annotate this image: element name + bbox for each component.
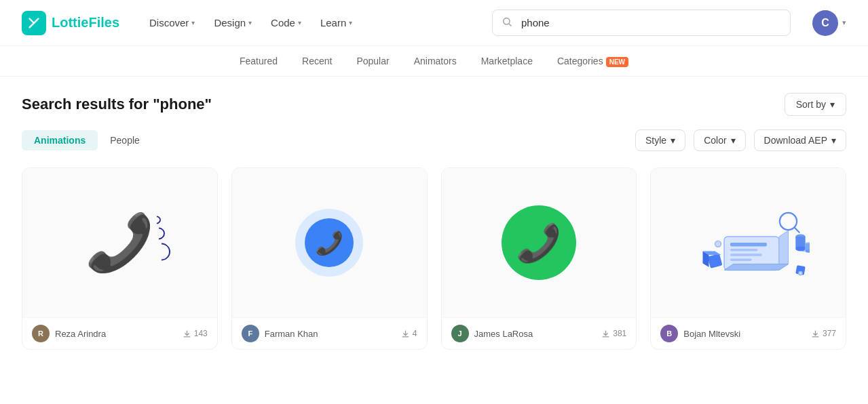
header: LottieFiles Discover ▾ Design ▾ Code ▾ L… [0,0,868,46]
search-bar [492,9,791,36]
card-footer-1: R Reza Arindra 143 [22,317,217,349]
card-preview-2: 📞 [232,168,427,317]
filter-row: Animations People Style ▾ Color ▾ Downlo… [22,129,846,151]
sub-nav-popular[interactable]: Popular [356,56,389,66]
svg-rect-14 [707,254,722,268]
author-avatar-1: R [32,325,50,342]
main-nav: Discover ▾ Design ▾ Code ▾ Learn ▾ [141,12,360,34]
tab-people[interactable]: People [98,130,152,150]
chevron-down-icon: ▾ [671,135,675,146]
svg-point-20 [798,271,801,275]
avatar-chevron-icon[interactable]: ▾ [842,18,846,27]
card-downloads-2: 4 [401,329,417,338]
card-downloads-4: 377 [811,329,836,338]
sub-nav-featured[interactable]: Featured [240,56,278,66]
card-author-4: B Bojan Mltevski [660,325,740,342]
phone-animation-1: 📞 [85,210,154,275]
sub-nav-marketplace[interactable]: Marketplace [481,56,533,66]
svg-rect-9 [730,258,752,261]
style-filter[interactable]: Style ▾ [635,129,685,151]
logo-icon [22,11,46,35]
chevron-down-icon: ▾ [298,19,301,26]
search-icon [502,16,512,30]
page-title: Search results for "phone" [22,96,212,113]
main-content: Search results for "phone" Sort by ▾ Ani… [0,77,868,366]
svg-rect-8 [730,254,762,256]
new-badge: NEW [606,57,628,67]
card-author-3: J James LaRosa [451,325,533,342]
chevron-down-icon: ▾ [191,19,195,26]
card-downloads-3: 381 [601,329,626,338]
chevron-down-icon: ▾ [248,19,252,26]
card-author-1: R Reza Arindra [32,325,106,342]
card-footer-3: J James LaRosa 381 [442,317,637,349]
logo-text: LottieFiles [52,15,119,31]
author-avatar-3: J [451,325,469,342]
nav-item-learn[interactable]: Learn ▾ [312,12,360,34]
svg-line-13 [794,228,799,233]
svg-point-18 [715,241,721,247]
download-aep-filter[interactable]: Download AEP ▾ [754,129,846,151]
tab-animations[interactable]: Animations [22,130,98,150]
card-preview-4 [651,168,846,317]
chevron-down-icon: ▾ [830,99,835,110]
search-header: Search results for "phone" Sort by ▾ [22,93,846,116]
card-downloads-1: 143 [183,329,208,338]
nav-item-discover[interactable]: Discover ▾ [141,12,203,34]
nav-item-design[interactable]: Design ▾ [206,12,260,34]
sub-nav-recent[interactable]: Recent [302,56,332,66]
card-footer-2: F Farman Khan 4 [232,317,427,349]
animation-card-2[interactable]: 📞 F Farman Khan 4 [231,167,428,350]
sub-nav-categories[interactable]: CategoriesNEW [557,56,628,66]
card-preview-3: 📞 [442,168,637,317]
search-input[interactable] [492,9,791,36]
author-avatar-4: B [660,325,678,342]
logo[interactable]: LottieFiles [22,11,119,35]
sort-button[interactable]: Sort by ▾ [785,93,846,116]
tab-group: Animations People [22,130,152,150]
isometric-phone-svg [687,182,810,304]
animation-card-3[interactable]: 📞 J James LaRosa 381 [441,167,637,350]
svg-point-23 [795,246,805,251]
phone-animation-3: 📞 [502,205,576,280]
cards-grid: 📞 R Reza Arindra 143 [22,167,846,350]
chevron-down-icon: ▾ [349,19,352,26]
sub-nav-animators[interactable]: Animators [414,56,457,66]
chevron-down-icon: ▾ [731,135,736,146]
svg-rect-6 [730,243,767,246]
author-avatar-2: F [242,325,259,342]
card-footer-4: B Bojan Mltevski 377 [651,317,846,349]
card-preview-1: 📞 [22,168,217,317]
card-author-2: F Farman Khan [242,325,318,342]
svg-marker-11 [724,264,789,270]
color-filter[interactable]: Color ▾ [694,129,745,151]
animation-card-4[interactable]: B Bojan Mltevski 377 [650,167,846,350]
nav-item-code[interactable]: Code ▾ [263,12,309,34]
sub-nav: Featured Recent Popular Animators Market… [0,46,868,77]
animation-card-1[interactable]: 📞 R Reza Arindra 143 [22,167,218,350]
chevron-down-icon: ▾ [831,135,836,146]
phone-animation-2: 📞 [295,209,363,277]
avatar[interactable]: C [812,10,838,36]
svg-rect-7 [730,249,758,251]
svg-line-1 [509,24,511,26]
